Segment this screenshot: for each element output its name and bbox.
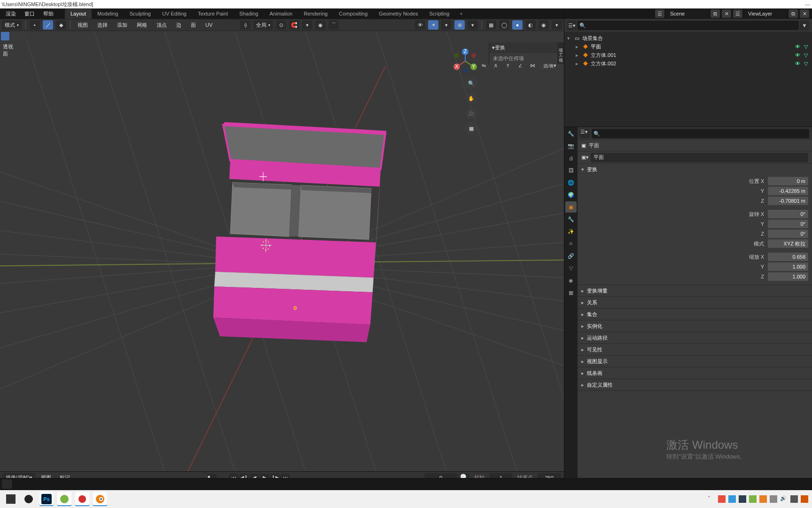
tray-up-icon[interactable]: ˄ (708, 495, 715, 503)
scale-y-field[interactable]: 1.000 (768, 262, 808, 271)
outliner-search[interactable]: 🔍 (578, 21, 799, 30)
tray-volume-icon[interactable]: 🔊 (780, 495, 788, 503)
snap-drop[interactable]: ▾ (302, 20, 312, 30)
viewlayer-del-icon[interactable]: ✕ (800, 9, 809, 18)
tab-compositing[interactable]: Compositing (333, 9, 373, 19)
select-edge-mode[interactable]: ／ (43, 20, 53, 30)
prop-editor-drop[interactable]: ☰▾ (580, 129, 590, 138)
orientation-dropdown[interactable]: 全局▾ (253, 20, 273, 30)
prop-tab-data[interactable]: ▽ (565, 262, 577, 274)
menu-help[interactable]: 帮助 (39, 9, 57, 18)
tray-icon-8[interactable] (801, 495, 808, 503)
panel-delta[interactable]: ▸变换增量 (578, 285, 812, 296)
eye-icon[interactable]: 👁 (794, 61, 801, 67)
taskbar-photoshop[interactable]: Ps (39, 492, 54, 506)
loc-x-field[interactable]: 0 m (768, 177, 808, 185)
panel-motion[interactable]: ▸运动路径 (578, 332, 812, 343)
prop-tab-render[interactable]: 📷 (565, 140, 577, 151)
panel-custom[interactable]: ▸自定义属性 (578, 379, 812, 390)
editor-type-2[interactable] (10, 32, 19, 40)
prop-tab-world[interactable]: 🌍 (565, 189, 577, 200)
prop-tab-material[interactable]: ◉ (565, 275, 577, 286)
shade-render[interactable]: ◉ (539, 20, 549, 30)
mode-dropdown[interactable]: 模式▾ (2, 20, 22, 30)
tab-scripting[interactable]: Scripting (423, 9, 455, 19)
vp-menu-uv[interactable]: UV (202, 21, 216, 29)
tray-icon-6[interactable] (770, 495, 777, 503)
taskbar-browser[interactable] (57, 492, 71, 506)
render-icon[interactable]: ▽ (803, 52, 809, 58)
taskbar-app1[interactable] (22, 492, 36, 506)
panel-relations[interactable]: ▸关系 (578, 297, 812, 308)
viewlayer-new-icon[interactable]: ⧉ (789, 9, 798, 18)
prop-tab-particle[interactable]: ✨ (565, 226, 577, 237)
scene-name[interactable]: Scene (666, 9, 709, 18)
outliner-filter[interactable]: ▼ (800, 21, 809, 30)
tab-uvediting[interactable]: UV Editing (156, 9, 192, 19)
statusbar-icon[interactable] (2, 479, 12, 489)
panel-instancing[interactable]: ▸实例化 (578, 320, 812, 332)
scale-x-field[interactable]: 0.658 (768, 253, 808, 261)
scale-z-field[interactable]: 1.000 (768, 272, 808, 281)
tab-geometrynodes[interactable]: Geometry Nodes (373, 9, 423, 19)
zoom-icon[interactable]: 🔍 (465, 77, 477, 89)
tab-rendering[interactable]: Rendering (298, 9, 333, 19)
taskbar-blender[interactable] (93, 492, 107, 506)
tab-shading[interactable]: Shading (234, 9, 264, 19)
propedit-button[interactable]: ◉ (315, 20, 326, 30)
overlay-button[interactable]: ⊕ (454, 20, 465, 30)
vp-menu-add[interactable]: 添加 (114, 21, 131, 30)
scene-del-icon[interactable]: ✕ (722, 9, 731, 18)
tab-layout[interactable]: Layout (65, 9, 92, 19)
overlay-drop[interactable]: ▾ (468, 20, 478, 30)
npanel-header[interactable]: ▾ 变换 (489, 42, 564, 53)
vp-menu-edge[interactable]: 边 (173, 21, 185, 30)
collection-row[interactable]: ▾ ▭ 场景集合 (565, 34, 811, 42)
rotmode-field[interactable]: XYZ 欧拉 (768, 239, 808, 248)
viewport-3d[interactable]: ⇋ X Y Z ⋈ 选项 ▾ 透视 面 (0, 31, 564, 471)
tab-sculpting[interactable]: Sculpting (124, 9, 156, 19)
vp-menu-face[interactable]: 面 (187, 21, 199, 30)
npanel-tab-tool[interactable]: 工 (557, 48, 564, 52)
window-minimize[interactable]: — (805, 1, 810, 7)
select-vertex-mode[interactable]: ▪ (30, 20, 40, 30)
vp-menu-mesh[interactable]: 网格 (133, 21, 150, 30)
rot-y-field[interactable]: 0° (768, 220, 808, 228)
menu-render[interactable]: 渲染 (2, 9, 20, 18)
eye-icon[interactable]: 👁 (794, 44, 801, 50)
outliner-mode-drop[interactable]: ☰▾ (567, 21, 577, 30)
loc-z-field[interactable]: -0.70801 m (768, 197, 808, 205)
gizmo-button[interactable]: ✦ (428, 20, 438, 30)
panel-transform-header[interactable]: ▾变换 (578, 164, 812, 175)
prop-tab-scene[interactable]: 🌐 (565, 177, 577, 188)
mirror-icon[interactable]: ⇋ (478, 61, 489, 70)
propedit-drop[interactable]: ⌒ (328, 20, 339, 30)
viewlayer-browse-icon[interactable]: ☰ (733, 9, 742, 18)
shade-drop[interactable]: ▾ (552, 20, 562, 30)
gizmo-drop[interactable]: ▾ (441, 20, 452, 30)
tab-animation[interactable]: Animation (264, 9, 298, 19)
xray-button[interactable]: ▦ (486, 20, 496, 30)
orientation-button[interactable]: ⟠ (240, 20, 250, 30)
loc-y-field[interactable]: -0.42285 m (768, 187, 808, 195)
editor-type-1[interactable] (1, 32, 9, 40)
prop-tab-viewlayer[interactable]: 🖼 (565, 165, 577, 176)
tab-texturepaint[interactable]: Texture Paint (192, 9, 234, 19)
rot-z-field[interactable]: 0° (768, 230, 808, 238)
outliner-item-plane[interactable]: ▸ 平面 👁▽ (565, 42, 811, 51)
tray-icon-7[interactable] (790, 495, 798, 503)
prop-tab-tool[interactable]: 🔧 (565, 128, 577, 139)
tray-icon-5[interactable] (759, 495, 767, 503)
render-icon[interactable]: ▽ (803, 44, 809, 50)
select-face-mode[interactable]: ◆ (56, 20, 66, 30)
panel-visibility[interactable]: ▸可见性 (578, 344, 812, 355)
vp-menu-view[interactable]: 视图 (74, 21, 91, 30)
prop-tab-physics[interactable]: ⚛ (565, 238, 577, 249)
pan-icon[interactable]: ✋ (465, 92, 477, 104)
tray-icon-1[interactable] (718, 495, 726, 503)
panel-lineart[interactable]: ▸线条画 (578, 367, 812, 379)
panel-collections[interactable]: ▸集合 (578, 309, 812, 320)
nav-gizmo[interactable]: X Y Z (451, 47, 479, 76)
properties-search[interactable]: 🔍 (592, 129, 809, 138)
prop-tab-constraint[interactable]: 🔗 (565, 250, 577, 262)
